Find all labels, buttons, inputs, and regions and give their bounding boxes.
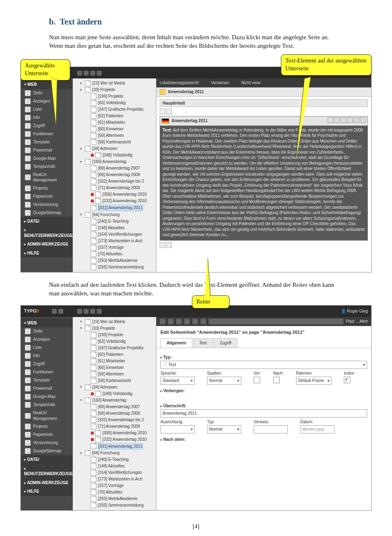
module-item[interactable]: Funktionen bbox=[21, 130, 72, 138]
edit-toolbar[interactable]: Pfad: ...Metr bbox=[156, 317, 371, 326]
tree-node[interactable]: ▾[160] Anwendertag bbox=[74, 397, 155, 404]
module-item[interactable]: Funktionen bbox=[21, 368, 72, 376]
tree-node[interactable]: [240] E-Teaching bbox=[74, 456, 155, 463]
tree-node[interactable]: ▾[33] Projekte bbox=[74, 325, 155, 332]
checkbox-nach[interactable] bbox=[273, 377, 280, 383]
tree-node[interactable]: [332] Anwendertage bis 2 bbox=[74, 417, 155, 423]
tree-node[interactable]: [293] MetrikAkademie bbox=[74, 257, 155, 264]
tab-zugriff[interactable]: Zugriff bbox=[214, 338, 237, 348]
input-datum[interactable]: dd-mm-yyyy bbox=[300, 425, 334, 433]
tree-node[interactable]: [332] Anwendertage bis 2 bbox=[74, 178, 155, 185]
input-ueberschrift[interactable]: Anwendertag 2011 bbox=[160, 409, 367, 418]
tree-node[interactable]: [61] Mitarbeiter bbox=[74, 358, 155, 364]
module-item[interactable]: Info bbox=[21, 352, 72, 360]
select-rahmen[interactable]: Default Frame bbox=[296, 377, 332, 385]
tree-node[interactable]: [157] Vorträge bbox=[74, 482, 155, 489]
module-group[interactable]: HILFE bbox=[21, 487, 72, 496]
select-sprache[interactable]: Standard bbox=[160, 377, 195, 385]
select-typ[interactable]: 📄 Text bbox=[160, 361, 367, 369]
tree-node[interactable]: [331] Anwendertag 2011 bbox=[74, 443, 155, 450]
module-item[interactable]: Projects bbox=[21, 422, 72, 431]
module-item[interactable]: RealUrl Management bbox=[21, 409, 72, 422]
tree-node[interactable]: [58] Kartenansicht bbox=[74, 139, 155, 145]
tree-node[interactable]: [63] Vollständig bbox=[74, 100, 155, 106]
tree-node[interactable]: [68] Anwendertag 2008 bbox=[74, 172, 155, 178]
tree-node[interactable]: [173] Wartezeiten in Arzt bbox=[74, 476, 155, 482]
module-item[interactable]: Liste bbox=[21, 105, 72, 114]
module-group[interactable]: BENUTZERWERKZEUGE bbox=[21, 226, 72, 240]
tree-node[interactable]: [70] Aktuelles bbox=[74, 251, 155, 257]
tree-node[interactable]: [240] E-Teaching bbox=[74, 218, 155, 225]
module-item[interactable]: Projects bbox=[21, 184, 72, 192]
tree-node[interactable]: ▾[23] Wer ist Metrik bbox=[74, 319, 155, 325]
tab-allgemein[interactable]: Allgemein bbox=[160, 338, 192, 348]
module-item[interactable]: Liste bbox=[21, 344, 72, 352]
topbar-icons[interactable] bbox=[51, 308, 64, 314]
tree-node[interactable]: [59] Altenheim bbox=[74, 371, 155, 377]
tree-node[interactable]: [71] Anwendertag 2009 bbox=[74, 185, 155, 191]
tree-node[interactable]: [255] Seminaranmeldung bbox=[74, 502, 155, 509]
module-item[interactable]: Anzeigen bbox=[21, 97, 72, 105]
module-item[interactable]: Versionierung bbox=[21, 201, 72, 209]
checkbox-vor[interactable] bbox=[254, 377, 260, 383]
select-typ2[interactable]: Normal bbox=[207, 425, 241, 433]
module-item[interactable]: Powermail bbox=[21, 384, 72, 393]
input-verweis[interactable] bbox=[254, 425, 288, 433]
module-item[interactable]: Google-Map bbox=[21, 393, 72, 401]
tree-node[interactable]: [68] Anwendertag 2008 bbox=[74, 410, 155, 417]
module-item[interactable]: TemplaVoilà bbox=[21, 163, 72, 171]
tree-node[interactable]: [154] Veröffentlichungen bbox=[74, 231, 155, 238]
tree-node[interactable]: [199] Projekte bbox=[74, 332, 155, 338]
tree-node[interactable]: [331] Anwendertag 2011 bbox=[74, 204, 155, 212]
module-group[interactable]: HILFE bbox=[21, 249, 72, 258]
module-item[interactable]: Powermail bbox=[21, 146, 72, 154]
module-item[interactable]: Info bbox=[21, 114, 72, 122]
ce-action-icons[interactable] bbox=[327, 117, 366, 125]
select-ausrichtung[interactable] bbox=[160, 425, 195, 433]
ce-body-text[interactable]: Text: Auf dem fünften MetrikAnwendertag … bbox=[163, 127, 365, 238]
tree-node[interactable]: ▾[160] Anwendertag bbox=[74, 159, 155, 165]
tree-node[interactable]: [62] Patienten bbox=[74, 113, 155, 119]
tree-node[interactable]: [58] Kartenansicht bbox=[74, 377, 155, 384]
tree-node[interactable]: [59] Altenheim bbox=[74, 132, 155, 139]
module-group[interactable]: ADMIN-WERKZEUGE bbox=[21, 478, 72, 487]
module-item[interactable]: Papierkorb bbox=[21, 431, 72, 439]
tab-text[interactable]: Text bbox=[193, 338, 213, 348]
tree-node[interactable]: [248] Vollständig bbox=[74, 391, 155, 397]
tree-node[interactable]: ▾[34] Adressen bbox=[74, 384, 155, 391]
tree-node[interactable]: [69] Anwendertag 2007 bbox=[74, 404, 155, 410]
module-item[interactable]: TemplaVoilà bbox=[21, 401, 72, 409]
module-group[interactable]: ADMIN-WERKZEUGE bbox=[21, 240, 72, 249]
module-item[interactable]: Anzeigen bbox=[21, 335, 72, 344]
tree-node[interactable]: ▾[34] Adressen bbox=[74, 145, 155, 152]
module-item[interactable]: Zugriff bbox=[21, 360, 72, 368]
module-group[interactable]: DATEI bbox=[21, 217, 72, 226]
tree-node[interactable]: [62] Patienten bbox=[74, 351, 155, 358]
tree-node[interactable]: [293] MetrikAkademie bbox=[74, 496, 155, 502]
tree-node[interactable]: [70] Aktuelles bbox=[74, 489, 155, 496]
module-item[interactable]: GoogleSitemap bbox=[21, 447, 72, 455]
tree-node[interactable]: [232] Anwendertag 2010 bbox=[74, 436, 155, 443]
module-item[interactable]: Seite bbox=[21, 327, 72, 335]
tree-node[interactable]: [146] Aktuelles bbox=[74, 225, 155, 231]
content-tools-bottom[interactable] bbox=[160, 242, 368, 248]
tree-node[interactable]: [247] Grafische Projektlis bbox=[74, 345, 155, 351]
module-item[interactable]: Template bbox=[21, 376, 72, 384]
tree-node[interactable]: [69] Anwendertag 2007 bbox=[74, 165, 155, 172]
tree-node[interactable]: [60] Einweiser bbox=[74, 364, 155, 371]
tree-node[interactable]: [306] Anwendertag 2010 bbox=[74, 430, 155, 436]
tree-node[interactable]: [199] Projekte bbox=[74, 93, 155, 100]
tree-node[interactable]: [173] Wartezeiten in Arzt bbox=[74, 238, 155, 244]
tree-node[interactable]: [61] Mitarbeiter bbox=[74, 119, 155, 126]
topbar-user[interactable]: 👤 Roger Gieg bbox=[341, 308, 368, 314]
module-item[interactable]: GoogleSitemap bbox=[21, 209, 72, 217]
content-element-box[interactable]: Anwendertag 2011 Text: Auf dem fünften M… bbox=[160, 116, 368, 241]
module-item[interactable]: Zugriff bbox=[21, 122, 72, 130]
tree-node[interactable]: ▾[64] Forschung bbox=[74, 450, 155, 456]
checkbox-index[interactable] bbox=[344, 377, 350, 383]
tree-node[interactable]: [255] Seminaranmeldung bbox=[74, 264, 155, 270]
tree-node[interactable]: [63] Vollständig bbox=[74, 338, 155, 345]
tree-node[interactable]: [306] Anwendertag 2010 bbox=[74, 191, 155, 198]
tree-node[interactable]: [60] Einweiser bbox=[74, 126, 155, 132]
tree-node[interactable]: [248] Vollständig bbox=[74, 152, 155, 159]
